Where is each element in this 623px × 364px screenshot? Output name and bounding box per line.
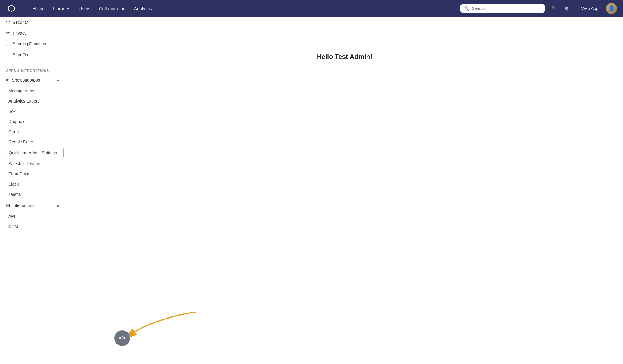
avatar-image: 👤 [606,3,617,14]
greeting-text: Hello Test Admin! [317,53,373,61]
teams-label: Teams [8,192,21,197]
sidebar-item-quickstart[interactable]: Quickstart Admin Settings [5,148,64,158]
showpad-apps-header-left: ∞ Showpad Apps [6,77,40,83]
sidebar-item-dropbox[interactable]: Dropbox [0,116,66,127]
showpad-apps-items: Manage Apps Analytics Export Box Dropbox… [0,86,66,199]
sidebar-item-sending-domains[interactable]: Sending Domains [0,39,66,49]
nav-right: 🔍 ? ⚙ Web App ↗ 👤 [460,3,617,14]
sharepoint-label: SharePoint [8,171,29,176]
integrations-header-left: ⊞ Integrations [6,202,34,208]
svg-point-1 [11,11,12,12]
help-icon: ? [552,6,555,11]
sidebar-item-privacy[interactable]: 👁 Privacy [0,28,66,39]
sidebar-item-google-drive[interactable]: Google Drive [0,137,66,147]
svg-point-0 [11,5,12,7]
integrations-items: API CRM [0,211,66,232]
settings-button[interactable]: ⚙ [562,4,571,13]
gear-icon: ⚙ [564,6,569,11]
google-drive-label: Google Drive [8,140,33,144]
sidebar: 🛡 Security 👁 Privacy Sending Domains → S… [0,17,66,364]
external-link-icon: ↗ [600,6,603,11]
nav-users[interactable]: Users [75,4,94,13]
nav-libraries[interactable]: Libraries [49,4,74,13]
showpad-apps-chevron: ▲ [56,78,60,82]
sidebar-item-teams[interactable]: Teams [0,189,66,199]
sidebar-label-privacy: Privacy [13,31,26,35]
dropbox-label: Dropbox [8,119,24,124]
sidebar-item-security[interactable]: 🛡 Security [0,17,66,28]
sidebar-item-salesloft[interactable]: Salesloft Rhythm [0,159,66,169]
nav-divider [576,4,576,13]
search-icon: 🔍 [464,6,469,11]
code-badge[interactable]: </> [114,330,130,346]
sidebar-item-gong[interactable]: Gong [0,127,66,137]
showpad-apps-group[interactable]: ∞ Showpad Apps ▲ [0,74,66,86]
grid-icon: ⊞ [6,202,10,208]
nav-collaboration[interactable]: Collaboration [95,4,129,13]
sidebar-label-sending-domains: Sending Domains [13,42,46,46]
integrations-group[interactable]: ⊞ Integrations ▲ [0,199,66,211]
nav-links: Home Libraries Users Collaboration Analy… [29,4,451,13]
showpad-apps-label: Showpad Apps [12,78,40,82]
server-icon [6,42,10,46]
integrations-chevron: ▲ [56,203,60,208]
eye-icon: 👁 [6,31,10,35]
top-navigation: Home Libraries Users Collaboration Analy… [0,0,623,17]
sidebar-item-analytics-export[interactable]: Analytics Export [0,96,66,106]
api-label: API [8,214,15,219]
nav-home[interactable]: Home [29,4,48,13]
web-app-label: Web App [581,6,598,11]
sidebar-item-manage-apps[interactable]: Manage Apps [0,86,66,96]
shield-icon: 🛡 [6,20,10,25]
infinity-icon: ∞ [6,77,9,83]
crm-label: CRM [8,224,18,229]
nav-analytics[interactable]: Analytics [130,4,156,13]
analytics-export-label: Analytics Export [8,99,39,103]
main-content: Hello Test Admin! </> [66,17,623,364]
web-app-link[interactable]: Web App ↗ [581,6,603,11]
search-input[interactable] [472,6,541,11]
sidebar-item-crm[interactable]: CRM [0,221,66,232]
gong-label: Gong [8,129,19,134]
sidebar-item-slack[interactable]: Slack [0,179,66,189]
quickstart-label: Quickstart Admin Settings [9,150,57,155]
slack-label: Slack [8,182,19,187]
help-button[interactable]: ? [548,4,558,13]
search-box[interactable]: 🔍 [460,4,545,13]
integrations-label: Integrations [12,203,34,208]
sidebar-label-sign-on: Sign-On [13,52,28,57]
apps-integrations-header: APPS & INTEGRATIONS [0,64,66,74]
arrow-annotation: </> [114,330,130,346]
sidebar-item-sign-on[interactable]: → Sign-On [0,49,66,60]
avatar[interactable]: 👤 [606,3,617,14]
sidebar-label-security: Security [13,20,28,25]
main-layout: 🛡 Security 👁 Privacy Sending Domains → S… [0,17,623,364]
manage-apps-label: Manage Apps [8,88,34,93]
salesloft-label: Salesloft Rhythm [8,161,40,166]
arrow-svg [129,311,198,338]
box-label: Box [8,109,16,114]
signin-icon: → [6,52,10,57]
logo[interactable] [6,3,17,14]
sidebar-item-box[interactable]: Box [0,106,66,116]
sidebar-item-api[interactable]: API [0,211,66,221]
sidebar-item-sharepoint[interactable]: SharePoint [0,169,66,179]
